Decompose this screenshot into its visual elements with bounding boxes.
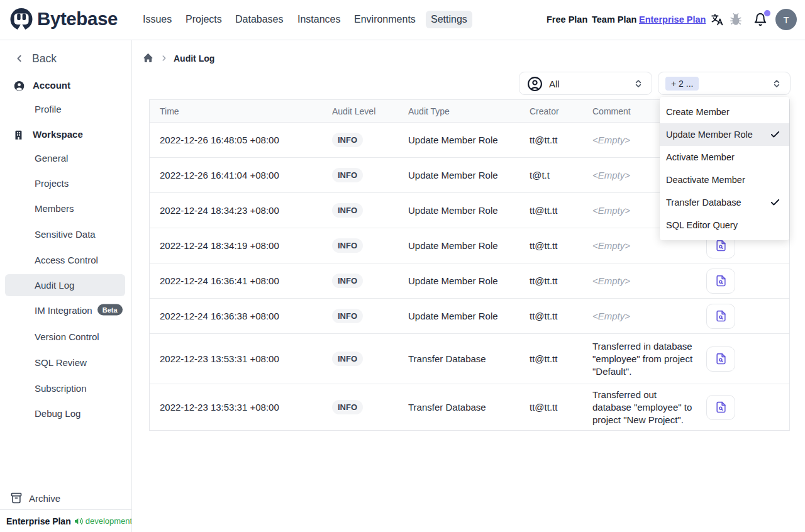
svg-text:Bytebase: Bytebase bbox=[37, 8, 118, 29]
